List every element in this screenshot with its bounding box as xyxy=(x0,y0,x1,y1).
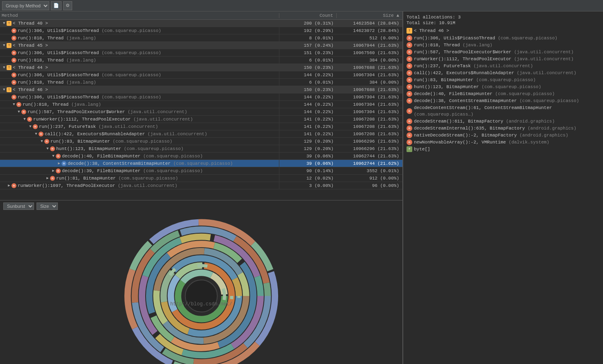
row-size: 10967208 (21.63%) xyxy=(337,132,402,136)
main-container: Method Count Size ▲ ▼ T < Thread 40 > 20… xyxy=(0,11,603,364)
group-by-select[interactable]: Group by Method xyxy=(2,1,49,10)
expand-arrow[interactable]: ▶ xyxy=(57,161,62,166)
row-count: 144 (0.22%) xyxy=(279,109,337,114)
view-type-select[interactable]: Sunburst xyxy=(3,202,34,210)
row-label: run():818, Thread (java.lang) xyxy=(23,102,101,107)
row-size: 512 (0.00%) xyxy=(337,36,402,41)
expand-arrow[interactable]: ▶ xyxy=(51,168,56,173)
row-size: 14623584 (28.84%) xyxy=(337,21,402,26)
tree-content[interactable]: ▼ T < Thread 40 > 200 (0.31%) 14623584 (… xyxy=(0,20,402,200)
file-icon: f xyxy=(407,146,412,152)
settings-button[interactable]: ⚙ xyxy=(63,1,72,10)
table-row[interactable]: m run():818, Thread (java.lang) 6 (0.01%… xyxy=(0,57,402,64)
row-label: decode():40, FileBitmapHunter (com.squar… xyxy=(62,154,203,159)
method-icon: m xyxy=(407,42,412,48)
detail-item: m run():83, BitmapHunter (com.squareup.p… xyxy=(407,77,600,83)
expand-arrow[interactable]: ▼ xyxy=(28,125,33,129)
sunburst-chart[interactable] xyxy=(77,212,325,364)
method-icon: m xyxy=(50,146,55,151)
detail-text: decode():40, FileBitmapHunter (com.squar… xyxy=(414,91,555,97)
row-count: 200 (0.31%) xyxy=(279,21,337,26)
detail-text: byte[] xyxy=(414,146,430,152)
row-label: runWorker():1112, ThreadPoolExecutor (ja… xyxy=(33,117,193,122)
row-count: 6 (0.01%) xyxy=(279,80,337,85)
row-count: 12 (0.02%) xyxy=(279,176,337,181)
detail-item: m nativeDecodeStream():-2, BitmapFactory… xyxy=(407,132,600,139)
detail-item: m hunt():123, BitmapHunter (com.squareup… xyxy=(407,84,600,90)
table-row[interactable]: ▼ m run():587, ThreadPoolExecutor$Worker… xyxy=(0,108,402,116)
expand-arrow[interactable]: ▼ xyxy=(2,43,7,48)
row-size: 96 (0.00%) xyxy=(337,183,402,188)
detail-item: m decodeStream():611, BitmapFactory (and… xyxy=(407,118,600,125)
table-row[interactable]: m run():306, Utils$PicassoThread (com.sq… xyxy=(0,71,402,79)
expand-arrow[interactable]: ▼ xyxy=(16,110,21,114)
tree-panel: Method Count Size ▲ ▼ T < Thread 40 > 20… xyxy=(0,11,403,364)
table-row[interactable]: ▼ T < Thread 40 > 200 (0.31%) 14623584 (… xyxy=(0,20,402,27)
expand-arrow[interactable]: ▼ xyxy=(2,66,7,70)
method-icon: m xyxy=(407,84,412,90)
expand-arrow[interactable]: ▼ xyxy=(11,102,16,107)
expand-arrow[interactable]: ▼ xyxy=(2,88,7,92)
expand-arrow[interactable]: ▶ xyxy=(7,183,11,188)
expand-arrow[interactable]: ▼ xyxy=(45,147,50,151)
table-row[interactable]: ▼ m hunt():123, BitmapHunter (com.square… xyxy=(0,145,402,152)
row-label: runWorker():1097, ThreadPoolExecutor (ja… xyxy=(18,183,177,188)
table-row[interactable]: ▶ m decode():39, FileBitmapHunter (com.s… xyxy=(0,167,402,175)
expand-arrow[interactable]: ▼ xyxy=(34,132,39,136)
method-icon: m xyxy=(11,36,16,41)
row-label: run():237, FutureTask (java.util.concurr… xyxy=(39,124,158,129)
row-size: 10966296 (21.63%) xyxy=(337,146,402,151)
table-row[interactable]: ▼ m decode():40, FileBitmapHunter (com.s… xyxy=(0,152,402,160)
method-icon: m xyxy=(407,63,412,69)
table-row[interactable]: m run():818, Thread (java.lang) 8 (0.01%… xyxy=(0,34,402,42)
table-row[interactable]: m run():306, Utils$PicassoThread (com.sq… xyxy=(0,93,402,101)
expand-arrow[interactable]: ▼ xyxy=(51,154,56,158)
detail-item: m run():237, FutureTask (java.util.concu… xyxy=(407,63,600,69)
header-count: Count xyxy=(279,13,337,18)
row-label: call():422, Executors$RunnableAdapter (j… xyxy=(45,132,207,136)
table-row[interactable]: m run():306, Utils$PicassoThread (com.sq… xyxy=(0,27,402,34)
expand-arrow[interactable]: ▼ xyxy=(39,139,44,143)
toolbar: Group by Method 📄 ⚙ xyxy=(0,0,603,11)
method-icon: m xyxy=(50,176,55,181)
detail-item: T < Thread 46 > xyxy=(407,28,600,34)
row-label: decode():39, FileBitmapHunter (com.squar… xyxy=(62,168,203,173)
expand-arrow[interactable]: ▼ xyxy=(22,117,27,121)
row-count: 6 (0.01%) xyxy=(279,58,337,63)
table-row[interactable]: ▼ T < Thread 44 > 150 (0.23%) 10967688 (… xyxy=(0,64,402,71)
detail-text: run():237, FutureTask (java.util.concurr… xyxy=(414,63,533,69)
table-row[interactable]: ▼ m call():422, Executors$RunnableAdapte… xyxy=(0,130,402,138)
detail-item: m decode():40, FileBitmapHunter (com.squ… xyxy=(407,91,600,97)
table-row[interactable]: ▶ m runWorker():1097, ThreadPoolExecutor… xyxy=(0,182,402,189)
table-row[interactable]: ▼ m runWorker():1112, ThreadPoolExecutor… xyxy=(0,116,402,123)
table-row[interactable]: ▼ m run():818, Thread (java.lang) 144 (0… xyxy=(0,101,402,108)
row-size: 384 (0.00%) xyxy=(337,80,402,85)
thread-icon: T xyxy=(7,43,11,48)
row-size: 10967688 (21.63%) xyxy=(337,87,402,92)
table-row[interactable]: ▼ T < Thread 45 > 157 (0.24%) 10967944 (… xyxy=(0,42,402,49)
row-size: 912 (0.00%) xyxy=(337,176,402,181)
table-row[interactable]: ▼ T < Thread 46 > 150 (0.23%) 10967688 (… xyxy=(0,86,402,93)
table-row[interactable]: ▼ m run():83, BitmapHunter (com.squareup… xyxy=(0,138,402,145)
metric-select[interactable]: Size xyxy=(37,202,58,210)
row-label: run():818, Thread (java.lang) xyxy=(18,80,96,85)
row-size: 10966296 (21.63%) xyxy=(337,139,402,144)
table-row[interactable]: ▶ m run():81, BitmapHunter (com.squareup… xyxy=(0,175,402,182)
expand-arrow[interactable]: ▶ xyxy=(45,176,50,180)
table-row[interactable]: ▼ m run():237, FutureTask (java.util.con… xyxy=(0,123,402,130)
header-size: Size ▲ xyxy=(337,13,402,18)
table-row[interactable]: ▶ m decode():38, ContentStreamBitmapHunt… xyxy=(0,160,402,167)
export-button[interactable]: 📄 xyxy=(51,1,62,10)
svg-point-0 xyxy=(185,280,217,312)
thread-detail-icon: T xyxy=(407,28,412,34)
expand-arrow[interactable]: ▼ xyxy=(2,21,7,25)
row-count: 129 (0.20%) xyxy=(279,139,337,144)
row-size: 384 (0.00%) xyxy=(337,58,402,63)
detail-text: hunt():123, BitmapHunter (com.squareup.p… xyxy=(414,84,541,90)
row-count: 150 (0.23%) xyxy=(279,87,337,92)
row-label: < Thread 46 > xyxy=(13,87,48,92)
table-row[interactable]: m run():818, Thread (java.lang) 6 (0.01%… xyxy=(0,79,402,86)
detail-item: m decode():38, ContentStreamBitmapHunter… xyxy=(407,98,600,104)
table-row[interactable]: m run():306, Utils$PicassoThread (com.sq… xyxy=(0,49,402,57)
row-count: 141 (0.22%) xyxy=(279,117,337,122)
